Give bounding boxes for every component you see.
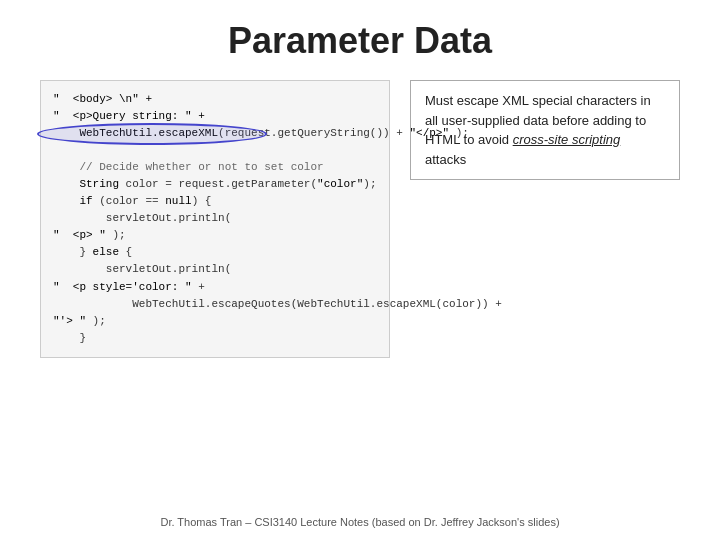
code-line: if (color == null) { bbox=[53, 193, 377, 210]
code-line: servletOut.println( bbox=[53, 210, 377, 227]
code-line: WebTechUtil.escapeQuotes(WebTechUtil.esc… bbox=[53, 296, 377, 313]
slide-title: Parameter Data bbox=[40, 20, 680, 62]
code-line: } bbox=[53, 330, 377, 347]
code-line: WebTechUtil.escapeXML(request.getQuerySt… bbox=[53, 125, 377, 142]
code-line: servletOut.println( bbox=[53, 261, 377, 278]
code-block: " <body> \n" + " <p>Query string: " + We… bbox=[40, 80, 390, 358]
code-line: } else { bbox=[53, 244, 377, 261]
code-line: " <p style='color: " + bbox=[53, 279, 377, 296]
code-line: " <body> \n" + bbox=[53, 91, 377, 108]
footer: Dr. Thomas Tran – CSI3140 Lecture Notes … bbox=[0, 516, 720, 528]
code-line: // Decide whether or not to set color bbox=[53, 159, 377, 176]
code-line: " <p> " ); bbox=[53, 227, 377, 244]
content-area: " <body> \n" + " <p>Query string: " + We… bbox=[40, 80, 680, 358]
code-line: " <p>Query string: " + bbox=[53, 108, 377, 125]
code-line: String color = request.getParameter("col… bbox=[53, 176, 377, 193]
code-line: "'> " ); bbox=[53, 313, 377, 330]
slide-container: Parameter Data " <body> \n" + " <p>Query… bbox=[0, 0, 720, 540]
code-line bbox=[53, 142, 377, 159]
